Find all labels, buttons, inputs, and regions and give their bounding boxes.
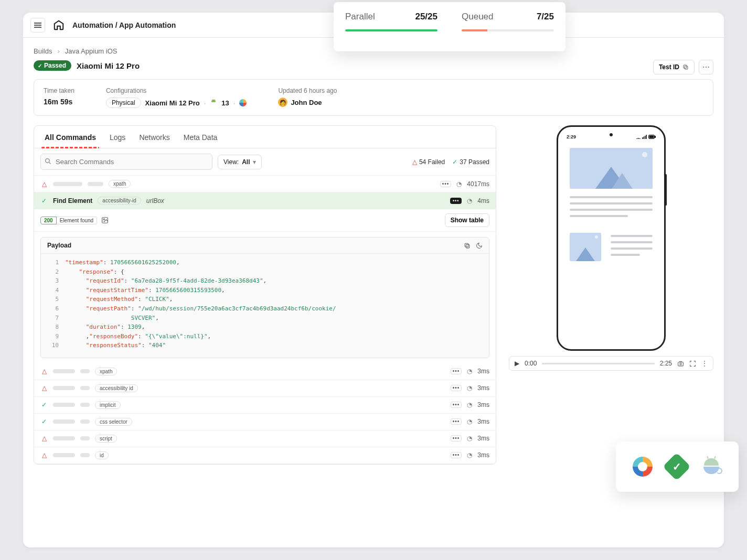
command-row[interactable]: △id•••◔3ms [34, 447, 496, 464]
clock-icon: ◔ [467, 418, 472, 425]
clock-icon: ◔ [456, 180, 462, 188]
svg-point-3 [215, 101, 215, 101]
time-taken-value: 16m 59s [44, 98, 74, 106]
command-row[interactable]: △script•••◔3ms [34, 430, 496, 447]
svg-rect-7 [466, 244, 469, 248]
strategy-pill: xpath [95, 368, 117, 375]
tab-meta-data[interactable]: Meta Data [184, 126, 218, 148]
tab-logs[interactable]: Logs [110, 126, 125, 148]
device-preview: 2:29 [509, 125, 713, 465]
more-button[interactable]: ⋯ [699, 60, 713, 74]
clock-icon: ◔ [467, 401, 472, 408]
command-row-active[interactable]: ✓ Find Element accessibility-id urlBox •… [34, 192, 496, 209]
row-more-icon[interactable]: ••• [440, 181, 452, 187]
check-icon: ✓ [452, 158, 457, 166]
player-more-icon[interactable]: ⋮ [701, 360, 708, 367]
strategy-pill: accessibility id [95, 384, 138, 392]
os-version: 13 [221, 99, 229, 107]
play-button[interactable]: ▶ [515, 360, 519, 367]
svg-rect-16 [655, 136, 656, 138]
row-more-icon[interactable]: ••• [451, 368, 462, 374]
theme-icon[interactable] [476, 242, 483, 249]
row-duration: 4017ms [467, 180, 489, 188]
clock-icon: ◔ [467, 368, 472, 375]
clock-icon: ◔ [467, 451, 472, 459]
appium-icon [633, 457, 653, 477]
row-more-icon[interactable]: ••• [450, 198, 462, 204]
updated-label: Updated 6 hours ago [278, 87, 337, 94]
chevron-right-icon: › [57, 47, 59, 55]
screenshot-icon[interactable] [101, 217, 109, 224]
framework-icon [239, 99, 247, 106]
command-row[interactable]: △accessibility id•••◔3ms [34, 380, 496, 397]
camera-icon[interactable] [677, 360, 684, 367]
time-taken-label: Time taken [44, 87, 74, 94]
tab-bar: All Commands Logs Networks Meta Data [34, 126, 496, 148]
menu-button[interactable] [30, 18, 45, 33]
view-dropdown[interactable]: View: All ▾ [218, 155, 262, 169]
current-time: 0:00 [525, 360, 537, 367]
svg-point-4 [46, 159, 50, 163]
crumb-leaf[interactable]: Java Appium iOS [65, 47, 118, 55]
warning-icon: △ [40, 180, 48, 188]
queue-status-card: Parallel 25/25 Queued 7/25 [334, 2, 565, 51]
placeholder-image [570, 148, 653, 189]
copy-icon [682, 64, 689, 70]
xcuitest-icon: ✓ [663, 453, 691, 481]
seek-bar[interactable] [542, 363, 654, 364]
warning-icon: △ [40, 384, 48, 392]
svg-rect-13 [646, 135, 647, 139]
svg-rect-12 [645, 136, 646, 139]
command-row[interactable]: ✓css selector•••◔3ms [34, 414, 496, 430]
fullscreen-icon[interactable] [689, 360, 696, 367]
queued-label: Queued [462, 12, 494, 22]
row-more-icon[interactable]: ••• [451, 402, 462, 408]
queued-value: 7/25 [537, 12, 554, 22]
svg-rect-0 [685, 66, 688, 69]
tab-networks[interactable]: Networks [139, 126, 169, 148]
row-duration: 3ms [477, 384, 489, 392]
copy-icon[interactable] [464, 242, 471, 249]
test-id-button[interactable]: Test ID [653, 60, 695, 74]
clock-icon: ◔ [467, 384, 472, 392]
command-row[interactable]: ✓implicit•••◔3ms [34, 397, 496, 414]
search-icon [45, 158, 51, 165]
element-found-row: 200 Element found Show table [34, 209, 496, 232]
clock-icon: ◔ [467, 197, 472, 204]
strategy-pill: script [95, 435, 117, 443]
warning-icon: △ [40, 435, 48, 442]
parallel-label: Parallel [345, 12, 375, 22]
row-more-icon[interactable]: ••• [451, 385, 462, 391]
svg-rect-10 [642, 137, 643, 139]
physical-chip: Physical [106, 98, 141, 108]
phone-status-icons [636, 134, 656, 139]
crumb-root[interactable]: Builds [34, 47, 52, 55]
svg-rect-1 [684, 65, 687, 68]
phone-clock: 2:29 [567, 134, 576, 139]
summary-card: Time taken 16m 59s Configurations Physic… [34, 79, 713, 116]
tab-all-commands[interactable]: All Commands [45, 126, 96, 148]
row-duration: 3ms [477, 401, 489, 408]
command-row[interactable]: △xpath•••◔3ms [34, 363, 496, 380]
status-label: Element found [57, 217, 98, 224]
failed-count: △ 54 Failed [412, 158, 445, 166]
command-row[interactable]: △ xpath ••• ◔ 4017ms [34, 176, 496, 192]
strategy-pill: css selector [95, 418, 132, 426]
check-icon: ✓ [40, 401, 48, 408]
payload-title: Payload [47, 242, 71, 249]
strategy-pill: id [95, 451, 109, 459]
warning-icon: △ [40, 451, 48, 459]
row-more-icon[interactable]: ••• [451, 435, 462, 441]
phone-mockup: 2:29 [557, 125, 666, 351]
strategy-pill: accessibility-id [98, 197, 141, 204]
search-input-wrap [40, 154, 212, 170]
row-more-icon[interactable]: ••• [451, 418, 462, 425]
show-table-button[interactable]: Show table [445, 213, 489, 227]
status-badge: Passed [34, 60, 71, 71]
svg-point-9 [638, 138, 639, 139]
search-input[interactable] [40, 154, 212, 170]
row-more-icon[interactable]: ••• [451, 452, 462, 458]
check-icon: ✓ [40, 418, 48, 425]
svg-rect-17 [678, 362, 684, 365]
warning-icon: △ [412, 158, 417, 166]
